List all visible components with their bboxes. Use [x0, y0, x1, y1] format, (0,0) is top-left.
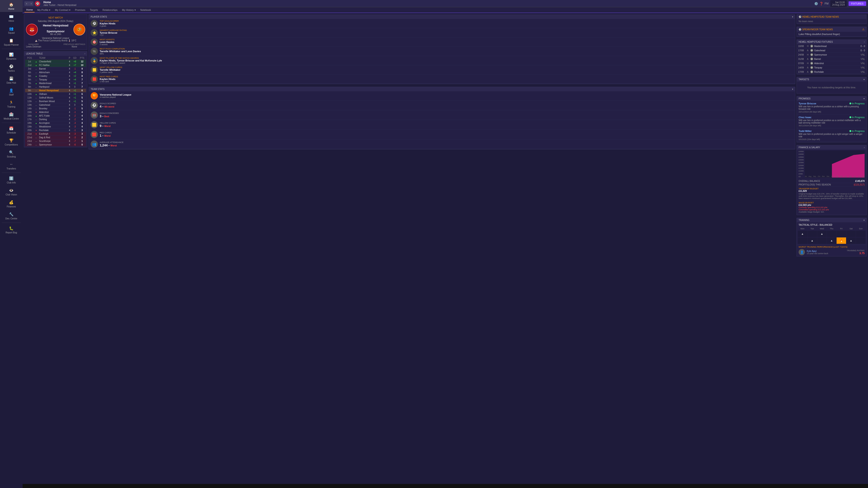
table-row: 2nd ▲ FC Halifax 4 +7 10	[25, 64, 86, 67]
sidebar-item-schedule[interactable]: 📅 Schedule	[0, 124, 23, 136]
sidebar-divider-2	[2, 123, 21, 123]
player-stat-row: 🟥 MOST RED CARDS Kaylen Hinds 1 red card	[89, 74, 329, 84]
league-table-content: POS TEAM P GD PTS 1st ▲ Chesterfield 4 +…	[24, 56, 87, 147]
table-row: 6th — Torquay 4 +4 7	[25, 78, 86, 82]
sidebar-item-label: Squad	[8, 32, 15, 34]
player-stat-row: 🏅 MOST PLAYER OF THE MATCH AWARDS Kaylen…	[89, 56, 329, 65]
sidebar-item-medical[interactable]: 🏥 Medical Centre	[0, 110, 23, 122]
team-stats-list: ⚽ Goals Scored 4 - 4th worst 🥅 Goals Con…	[89, 101, 329, 149]
table-row: 17th — Dorking 4 -2 4	[25, 118, 86, 121]
sidebar-item-home[interactable]: 🏠 Home	[0, 0, 23, 12]
nav-notebook[interactable]: Notebook	[138, 8, 153, 12]
player-stat-row: % BEST PASS COMPLETION Tarrelle Whittake…	[89, 47, 329, 56]
nav-promises[interactable]: Promises	[73, 8, 87, 12]
sidebar-item-squad[interactable]: 👥 Squad	[0, 24, 23, 36]
sidebar-item-transfers[interactable]: ↔️ Transfers	[0, 160, 23, 172]
nav-home[interactable]: Home	[24, 7, 35, 12]
team-stat-row: 👥 Average Attendance 1,244 - Worst	[89, 139, 329, 149]
nav-my-history[interactable]: My History ▾	[120, 8, 138, 12]
table-row: 12th — Boreham Wood 4 +1 5	[25, 100, 86, 103]
sidebar-item-competitions[interactable]: 🏆 Competitions	[0, 136, 23, 148]
main-content: NEXT MATCH Saturday 24th August 2024 (To…	[23, 13, 329, 184]
match-home-team: Hemel Hempstead	[38, 24, 73, 27]
schedule-icon: 📅	[8, 126, 14, 131]
team-stat-icon: 🥅	[91, 111, 98, 119]
sidebar-item-label: Transfers	[6, 167, 16, 170]
sidebar-item-label: Home	[8, 8, 14, 10]
staff-icon: 👤	[8, 88, 14, 93]
table-row: 5th ▲ Crawley 4 +2 8	[25, 74, 86, 78]
forward-button[interactable]: ›	[29, 1, 33, 6]
player-stat-row: 🎯 MOST ASSISTS Leon Davies 2 assists	[89, 37, 329, 47]
team-stats-header[interactable]: TEAM STATS ▾	[89, 87, 329, 91]
dynamics-icon: 📊	[8, 52, 14, 57]
stat-info: HIGHEST AVERAGE RATING Tyrese Briscoe 7.…	[100, 29, 127, 36]
team-stat-icon: 🟨	[91, 121, 98, 128]
squad-planner-icon: 📋	[8, 38, 14, 43]
stat-icon: ⭐	[91, 29, 98, 36]
stat-info: MOST ASSISTS Leon Davies 2 assists	[100, 38, 115, 46]
table-row: 21st ▼ Eastleigh 4 -3 3	[25, 132, 86, 136]
table-row: 16th ▲ AFC Fylde 4 -2 4	[25, 114, 86, 118]
nav-relationships[interactable]: Relationships	[101, 8, 119, 12]
sidebar-item-dynamics[interactable]: 📊 Dynamics	[0, 50, 23, 62]
table-row: 24th — Spennymoor 4 -6 0	[25, 143, 86, 147]
sidebar-item-club-info[interactable]: ℹ️ Club Info	[0, 174, 23, 184]
team-stat-icon: ⚽	[91, 102, 98, 109]
tactics-icon: ⚽	[8, 64, 14, 69]
stat-info: MOST PLAYER OF THE MATCH AWARDS Kaylen H…	[100, 57, 162, 64]
sidebar-divider	[2, 49, 21, 49]
nav-targets[interactable]: Targets	[88, 8, 100, 12]
table-row: 18th ▲ Accrington 4 -3 4	[25, 121, 86, 125]
sidebar-item-training[interactable]: 🏃 Training	[0, 98, 23, 110]
player-stats-header[interactable]: PLAYER STATS ▾	[89, 15, 329, 19]
sidebar-item-tactics[interactable]: ⚽ Tactics	[0, 62, 23, 74]
left-column: NEXT MATCH Saturday 24th August 2024 (To…	[24, 14, 87, 184]
data-hub-icon: 💾	[8, 76, 14, 81]
sidebar-item-staff[interactable]: 👤 Staff	[0, 86, 23, 98]
sidebar-item-squad-planner[interactable]: 📋 Squad Planner	[0, 36, 23, 48]
stat-info: MOST RED CARDS Kaylen Hinds 1 red card	[100, 75, 118, 83]
nav-my-contract[interactable]: My Contract ▾	[53, 8, 72, 12]
stat-info: TOP GOALSCORER Kaylen Hinds 2 goals	[100, 20, 119, 27]
league-table: POS TEAM P GD PTS 1st ▲ Chesterfield 4 +…	[25, 56, 86, 147]
team-stat-info: Red Cards 1 - Worst	[100, 131, 112, 137]
table-row: 14th — Bromley 4 -1 5	[25, 107, 86, 110]
table-row: 4th — Altrincham 4 +4 8	[25, 71, 86, 74]
sidebar-item-label: Squad Planner	[4, 43, 19, 46]
nav-my-profile[interactable]: My Profile ▾	[35, 8, 52, 12]
club-badge: ⚽	[35, 1, 40, 6]
table-row: 20th ▼ Rochdale 4 -1 3	[25, 129, 86, 132]
stat-icon: 🏅	[91, 57, 98, 64]
competitions-icon: 🏆	[8, 138, 14, 143]
sidebar-item-label: Competitions	[5, 143, 18, 146]
player-stat-row: ⭐ HIGHEST AVERAGE RATING Tyrese Briscoe …	[89, 28, 329, 37]
team-stat-icon: 👥	[91, 140, 98, 148]
match-teams: 🦊 Hemel Hempstead v Spennymoor 9th vs 24…	[26, 24, 85, 35]
stat-icon: ⚽	[91, 20, 98, 27]
back-button[interactable]: ‹	[24, 1, 29, 6]
sidebar-item-scouting[interactable]: 🔍 Scouting	[0, 148, 23, 160]
chevron-right-icon: ›	[85, 53, 85, 55]
match-score-line: 9th vs 24th	[38, 33, 73, 35]
team-stat-info: Goals Conceded 3 - Best	[100, 112, 119, 118]
table-row: 7th ▲ Maidenhead 4 +1 7	[25, 82, 86, 85]
match-date: Saturday 24th August 2024 (Today)	[26, 20, 85, 22]
match-away-team: Spennymoor	[38, 30, 73, 33]
sidebar-item-inbox[interactable]: ✉️ Inbox	[0, 12, 23, 24]
training-icon: 🏃	[8, 100, 14, 105]
sidebar-item-data-hub[interactable]: 💾 Data Hub	[0, 74, 23, 86]
league-table-panel: LEAGUE TABLE › POS TEAM P GD PTS	[24, 51, 87, 147]
hemel-badge: 🦊	[26, 24, 38, 35]
stat-info: BEST PASS COMPLETION Tarrelle Whittaker …	[100, 48, 141, 55]
medical-icon: 🏥	[8, 111, 14, 117]
sidebar-item-label: Tactics	[8, 70, 15, 72]
table-row: 15th ▼ Aldershot 4 -1 4	[25, 110, 86, 114]
next-match-title: NEXT MATCH	[26, 17, 85, 19]
table-row: 1st ▲ Chesterfield 4 +8 12	[25, 60, 86, 64]
league-table-header[interactable]: LEAGUE TABLE ›	[24, 52, 87, 56]
sidebar-item-label: Schedule	[6, 131, 16, 134]
sidebar-item-label: Staff	[9, 94, 13, 96]
stat-icon: %	[91, 48, 98, 55]
breadcrumb: Home Jake Tucker - Hemel Hempstead	[43, 1, 76, 6]
